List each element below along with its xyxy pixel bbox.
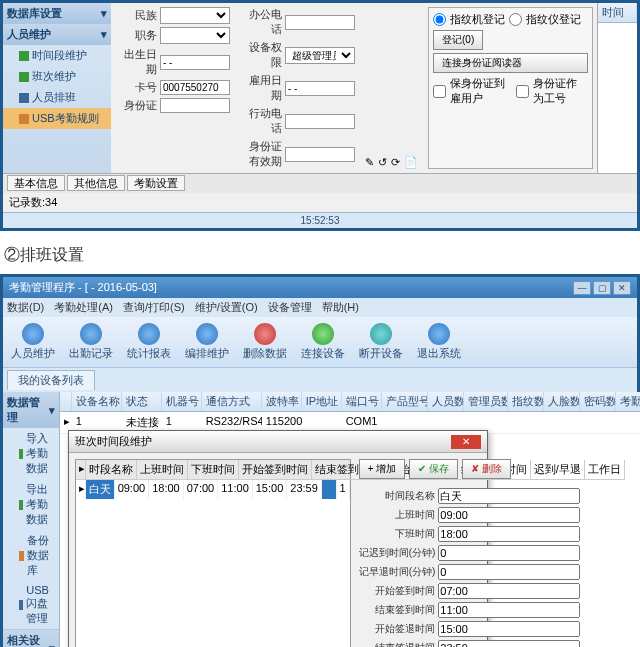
tool-disconnect[interactable]: 断开设备: [355, 321, 407, 363]
tool-report[interactable]: 统计报表: [123, 321, 175, 363]
device-grid-head: 设备名称状态机器号通信方式波特率IP地址端口号产品型号人员数管理员数指纹数人脸数…: [60, 392, 640, 412]
menu[interactable]: 查询/打印(S): [123, 301, 185, 313]
right-grid-stub: 时间: [597, 3, 637, 173]
menu[interactable]: 数据(D): [7, 301, 44, 313]
idcard-input[interactable]: [160, 98, 230, 113]
save-id-chk[interactable]: [433, 85, 446, 98]
si[interactable]: 导入考勤数据: [3, 428, 59, 479]
si[interactable]: 备份数据库: [3, 530, 59, 581]
side-group[interactable]: 人员维护▾: [3, 24, 111, 45]
titlebar: 考勤管理程序 - [ - 2016-05-03] —▢✕: [3, 277, 637, 298]
f-cine[interactable]: [438, 602, 580, 618]
tab[interactable]: 其他信息: [67, 175, 125, 191]
minzu-select[interactable]: [160, 7, 230, 24]
tab[interactable]: 基本信息: [7, 175, 65, 191]
device-perm[interactable]: 超级管理员: [285, 47, 355, 64]
dlg-title: 班次时间段维护: [75, 434, 152, 449]
zhiwu-select[interactable]: [160, 27, 230, 44]
side-item-selected[interactable]: USB考勤规则: [3, 108, 111, 129]
side-item[interactable]: 时间段维护: [3, 45, 111, 66]
menu[interactable]: 维护/设置(O): [195, 301, 258, 313]
tabstrip: 我的设备列表: [3, 368, 637, 392]
menu[interactable]: 考勤处理(A): [54, 301, 113, 313]
window-title: 考勤管理程序 - [ - 2016-05-03]: [9, 280, 157, 295]
save-btn[interactable]: ✔ 保存: [409, 459, 458, 479]
content: 设备名称状态机器号通信方式波特率IP地址端口号产品型号人员数管理员数指纹数人脸数…: [60, 392, 640, 647]
tool-icon[interactable]: ↺: [378, 156, 387, 169]
mobile[interactable]: [285, 114, 355, 129]
form-tabs: 基本信息其他信息考勤设置: [3, 173, 637, 193]
id-as-no-chk[interactable]: [516, 85, 529, 98]
id-valid[interactable]: [285, 147, 355, 162]
max-btn[interactable]: ▢: [593, 281, 611, 295]
side-item[interactable]: 人员排班: [3, 87, 111, 108]
f-on[interactable]: [438, 507, 580, 523]
close-btn[interactable]: ✕: [613, 281, 631, 295]
fingerprint-box: 指纹机登记 指纹仪登记 登记(0) 连接身份证阅读器 保身份证到雇用户 身份证作…: [428, 7, 593, 169]
tool-connect[interactable]: 连接设备: [297, 321, 349, 363]
tool-person[interactable]: 人员维护: [7, 321, 59, 363]
birth-input[interactable]: [160, 55, 230, 70]
shift-dialog: 班次时间段维护✕ ▸ 时段名称上班时间下班时间开始签到时间结束签到时间开始签退时…: [68, 430, 488, 647]
menu[interactable]: 帮助(H): [322, 301, 359, 313]
tool-icon[interactable]: ⟳: [391, 156, 400, 169]
tab-devices[interactable]: 我的设备列表: [7, 370, 95, 390]
statusbar: 15:52:53: [3, 212, 637, 228]
tool-exit[interactable]: 退出系统: [413, 321, 465, 363]
f-early[interactable]: [438, 564, 580, 580]
f-off[interactable]: [438, 526, 580, 542]
office-phone[interactable]: [285, 15, 355, 30]
section-2-title: ②排班设置: [0, 237, 640, 274]
f-coute[interactable]: [438, 640, 580, 647]
tool-schedule[interactable]: 编排维护: [181, 321, 233, 363]
tool-delete[interactable]: 删除数据: [239, 321, 291, 363]
side-item[interactable]: 班次维护: [3, 66, 111, 87]
si[interactable]: USB闪盘管理: [3, 581, 59, 629]
app-fragment-1: 数据库设置▾ 人员维护▾ 时间段维护 班次维护 人员排班 USB考勤规则 民族 …: [0, 0, 640, 231]
sg-data[interactable]: 数据管理▾: [3, 392, 59, 428]
side-group[interactable]: 数据库设置▾: [3, 3, 111, 24]
tool-icon[interactable]: ✎: [365, 156, 374, 169]
shift-table: ▸ 时段名称上班时间下班时间开始签到时间结束签到时间开始签退时间结束签退时间迟到…: [75, 459, 351, 647]
f-couts[interactable]: [438, 621, 580, 637]
fp-device-radio[interactable]: [509, 13, 522, 26]
si[interactable]: 导出考勤数据: [3, 479, 59, 530]
tab[interactable]: 考勤设置: [127, 175, 185, 191]
register-btn[interactable]: 登记(0): [433, 30, 483, 50]
menubar: 数据(D)考勤处理(A)查询/打印(S)维护/设置(O)设备管理帮助(H): [3, 298, 637, 317]
add-btn[interactable]: + 增加: [359, 459, 406, 479]
sidebar: 数据库设置▾ 人员维护▾ 时间段维护 班次维护 人员排班 USB考勤规则: [3, 3, 111, 173]
sg-device[interactable]: 相关设备操作▾: [3, 630, 59, 647]
f-cins[interactable]: [438, 583, 580, 599]
tool-record[interactable]: 出勤记录: [65, 321, 117, 363]
hire-date[interactable]: [285, 81, 355, 96]
card-input[interactable]: [160, 80, 230, 95]
app-window-2: 考勤管理程序 - [ - 2016-05-03] —▢✕ 数据(D)考勤处理(A…: [0, 274, 640, 647]
shift-row[interactable]: ▸ 白天09:0018:0007:0011:0015:0023:591: [76, 480, 350, 499]
f-late[interactable]: [438, 545, 580, 561]
menu[interactable]: 设备管理: [268, 301, 312, 313]
idreader-btn[interactable]: 连接身份证阅读器: [433, 53, 588, 73]
f-name[interactable]: [438, 488, 580, 504]
person-form: 民族 职务 出生日期 卡号 身份证 办公电话 设备权限超级管理员 雇用日期 行动…: [111, 3, 597, 173]
tool-icon[interactable]: 📄: [404, 156, 418, 169]
min-btn[interactable]: —: [573, 281, 591, 295]
dlg-close-btn[interactable]: ✕: [451, 435, 481, 449]
del-btn[interactable]: ✘ 删除: [462, 459, 511, 479]
fp-machine-radio[interactable]: [433, 13, 446, 26]
toolbar: 人员维护 出勤记录 统计报表 编排维护 删除数据 连接设备 断开设备 退出系统: [3, 317, 637, 368]
sidebar: 数据管理▾ 导入考勤数据 导出考勤数据 备份数据库 USB闪盘管理 相关设备操作…: [3, 392, 60, 647]
